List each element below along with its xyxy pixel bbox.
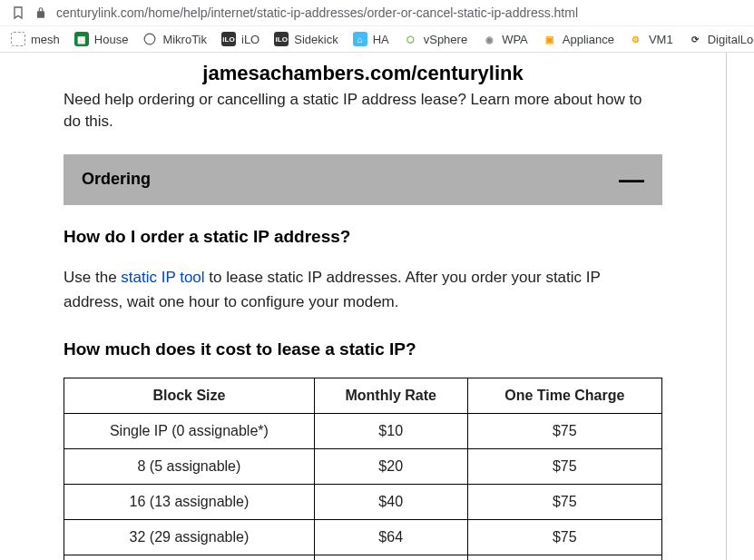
cell-monthly: $20 xyxy=(314,448,467,484)
sidekick-icon: iLO xyxy=(274,32,289,46)
bookmark-label: mesh xyxy=(31,33,60,46)
cell-block: 16 (13 assignable) xyxy=(64,484,315,519)
table-row: 16 (13 assignable) $40 $75 xyxy=(64,484,662,519)
table-header-row: Block Size Monthly Rate One Time Charge xyxy=(64,378,662,413)
cell-monthly: $64 xyxy=(314,519,467,555)
cell-onetime: $75 xyxy=(467,555,661,560)
cell-onetime: $75 xyxy=(467,448,661,484)
table-row: 32 (29 assignable) $64 $75 xyxy=(64,519,662,555)
minus-icon: — xyxy=(619,167,644,192)
bookmark-label: iLO xyxy=(241,33,259,46)
cell-onetime: $75 xyxy=(467,519,661,555)
bookmark-label: vSphere xyxy=(424,33,467,46)
cell-monthly: $10 xyxy=(314,413,467,448)
bookmark-house[interactable]: ▦ House xyxy=(74,32,129,46)
bookmark-vsphere[interactable]: ⬡ vSphere xyxy=(404,32,467,46)
bookmark-vm1[interactable]: ⚙ VM1 xyxy=(629,32,673,46)
bookmark-appliance[interactable]: ▣ Appliance xyxy=(543,32,614,46)
mesh-icon xyxy=(11,32,25,46)
wpa-icon: ◉ xyxy=(482,32,496,46)
bookmark-label: Appliance xyxy=(563,33,614,46)
vm1-icon: ⚙ xyxy=(629,32,643,46)
lock-icon xyxy=(34,6,47,19)
bookmark-label: MikroTik xyxy=(162,33,207,46)
address-bar: centurylink.com/home/help/internet/stati… xyxy=(0,0,754,25)
bookmark-ilo[interactable]: iLO iLO xyxy=(221,32,259,46)
bookmark-label: DigitalLoggers xyxy=(708,33,754,46)
bookmark-icon[interactable] xyxy=(11,5,25,20)
bookmark-label: HA xyxy=(373,33,389,46)
page-content: jamesachambers.com/centurylink Need help… xyxy=(0,53,754,560)
cell-block: 64 (61 assignable) xyxy=(64,555,315,560)
cell-onetime: $75 xyxy=(467,413,661,448)
bookmark-digitalloggers[interactable]: ⟳ DigitalLoggers xyxy=(688,32,754,46)
cell-block: 32 (29 assignable) xyxy=(64,519,315,555)
table-row: 8 (5 assignable) $20 $75 xyxy=(64,448,662,484)
appliance-icon: ▣ xyxy=(543,32,557,46)
section1-body: Use the static IP tool to lease static I… xyxy=(64,265,662,314)
bookmark-label: House xyxy=(94,33,129,46)
bookmark-label: WPA xyxy=(502,33,528,46)
digitalloggers-icon: ⟳ xyxy=(688,32,702,46)
bookmark-label: VM1 xyxy=(649,33,673,46)
vsphere-icon: ⬡ xyxy=(404,32,418,46)
url-text[interactable]: centurylink.com/home/help/internet/stati… xyxy=(56,5,743,20)
mikrotik-icon xyxy=(142,32,157,46)
table-row: 64 (61 assignable) $128 $75 xyxy=(64,555,662,560)
accordion-ordering[interactable]: Ordering — xyxy=(64,154,662,205)
section-heading-order: How do I order a static IP address? xyxy=(64,227,662,247)
static-ip-tool-link[interactable]: static IP tool xyxy=(121,269,204,286)
bookmark-mesh[interactable]: mesh xyxy=(11,32,60,46)
bookmark-wpa[interactable]: ◉ WPA xyxy=(482,32,528,46)
section-heading-cost: How much does it cost to lease a static … xyxy=(64,339,662,359)
bookmarks-bar: mesh ▦ House MikroTik iLO iLO iLO Sideki… xyxy=(0,25,754,52)
accordion-title: Ordering xyxy=(82,170,151,189)
th-one-time: One Time Charge xyxy=(467,378,661,413)
cell-block: Single IP (0 assignable*) xyxy=(64,413,315,448)
text-pre: Use the xyxy=(64,269,121,286)
pricing-table: Block Size Monthly Rate One Time Charge … xyxy=(64,378,662,560)
cell-block: 8 (5 assignable) xyxy=(64,448,315,484)
table-row: Single IP (0 assignable*) $10 $75 xyxy=(64,413,662,448)
cell-monthly: $40 xyxy=(314,484,467,519)
ha-icon: ⌂ xyxy=(353,32,367,46)
th-block-size: Block Size xyxy=(64,378,315,413)
house-icon: ▦ xyxy=(74,32,89,46)
intro-text: Need help ordering or cancelling a stati… xyxy=(64,89,662,133)
bookmark-sidekick[interactable]: iLO Sidekick xyxy=(274,32,338,46)
bookmark-ha[interactable]: ⌂ HA xyxy=(353,32,389,46)
bookmark-mikrotik[interactable]: MikroTik xyxy=(142,32,207,46)
bookmark-label: Sidekick xyxy=(294,33,338,46)
cell-monthly: $128 xyxy=(314,555,467,560)
browser-chrome: centurylink.com/home/help/internet/stati… xyxy=(0,0,754,53)
ilo-icon: iLO xyxy=(221,32,236,46)
th-monthly-rate: Monthly Rate xyxy=(314,378,467,413)
watermark-text: jamesachambers.com/centurylink xyxy=(64,53,662,89)
svg-point-0 xyxy=(145,34,156,44)
cell-onetime: $75 xyxy=(467,484,661,519)
